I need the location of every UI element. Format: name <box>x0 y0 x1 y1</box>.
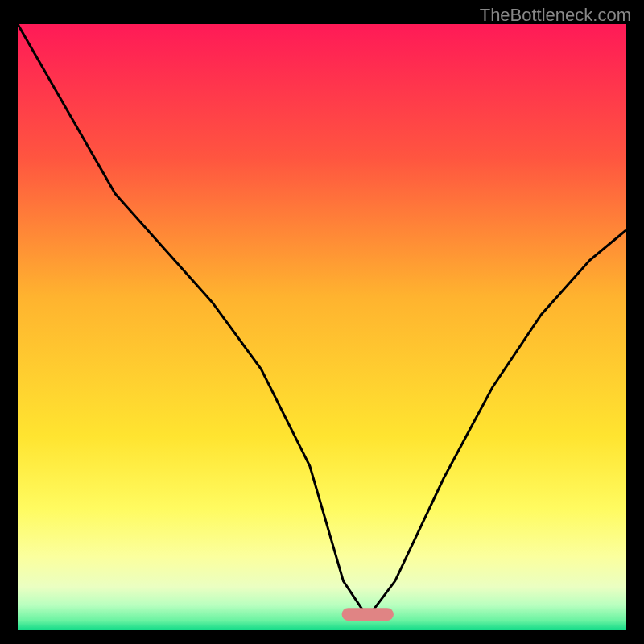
chart-frame <box>18 24 626 630</box>
chart-svg <box>18 24 626 630</box>
watermark-text: TheBottleneck.com <box>480 5 631 26</box>
gradient-background <box>18 24 626 630</box>
bottleneck-marker <box>342 608 394 621</box>
